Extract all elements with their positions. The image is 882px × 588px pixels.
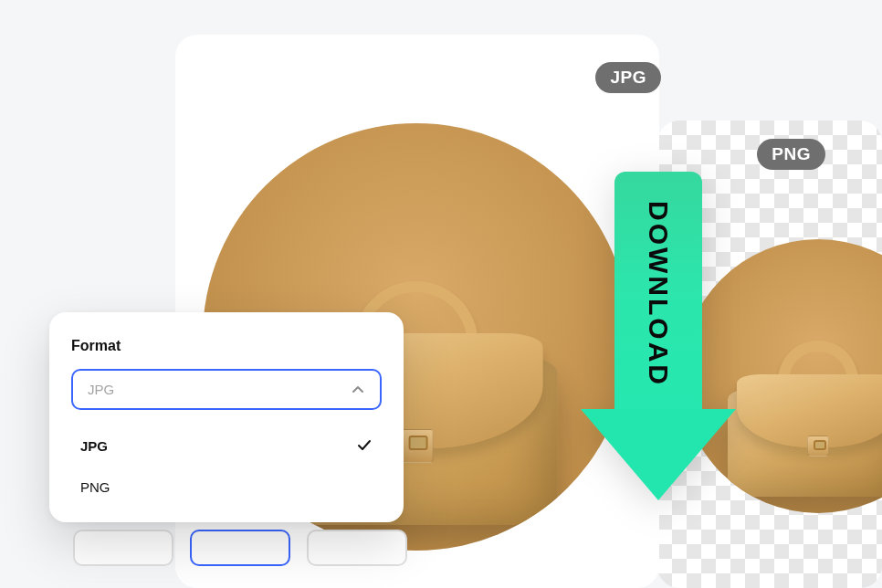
ghost-button-primary[interactable] <box>190 530 290 566</box>
format-badge-jpg: JPG <box>595 62 661 93</box>
format-option-png[interactable]: PNG <box>71 467 382 508</box>
download-arrow[interactable]: DOWNLOAD <box>581 172 736 500</box>
format-select-value: JPG <box>88 382 114 397</box>
format-title: Format <box>71 338 382 354</box>
format-option-jpg[interactable]: JPG <box>71 425 382 467</box>
handbag-illustration <box>728 343 882 497</box>
format-select[interactable]: JPG <box>71 369 382 410</box>
chevron-up-icon <box>351 383 365 397</box>
format-badge-png: PNG <box>757 139 825 170</box>
ghost-button[interactable] <box>73 530 173 566</box>
format-panel: Format JPG JPG PNG <box>49 312 404 522</box>
panel-action-row <box>73 530 407 566</box>
option-label: PNG <box>80 479 110 495</box>
arrow-down-icon <box>581 409 736 500</box>
format-option-list: JPG PNG <box>71 419 382 508</box>
option-label: JPG <box>80 438 108 454</box>
check-icon <box>356 437 373 454</box>
download-label: DOWNLOAD <box>643 201 674 387</box>
ghost-button[interactable] <box>307 530 407 566</box>
